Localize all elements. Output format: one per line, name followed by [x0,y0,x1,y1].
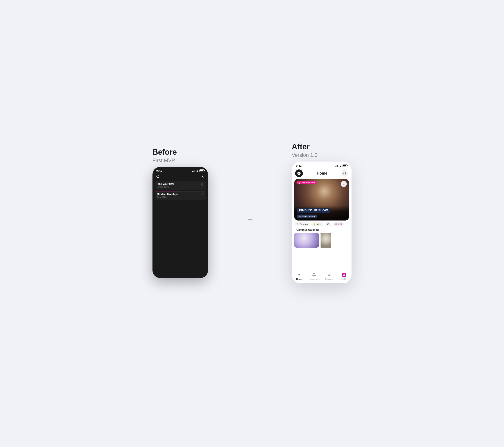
home-icon: ⌂ [298,272,301,277]
after-title: After [292,142,352,151]
nav-home[interactable]: ⌂ Home [292,272,307,280]
svg-point-0 [157,175,159,178]
svg-line-1 [159,177,160,178]
after-phone: 9:41 ▲ [292,162,352,283]
arrow-container: → [246,215,253,223]
svg-line-4 [345,174,346,175]
continue-thumb-2[interactable] [321,233,331,248]
before-card-2-info: Mindset Mondays Dani Wilson [155,191,206,200]
nav-profile-label: Profile [341,278,347,280]
before-battery-icon [199,169,204,172]
before-profile-icon[interactable] [200,174,205,179]
tag-plus18[interactable]: 🧠 +18 [333,222,344,226]
before-card-2-title: Mindset Mondays [157,193,204,196]
hero-heart-button[interactable]: ♡ [341,181,347,187]
profile-icon [342,273,346,277]
before-phone: 9:41 ▲ [152,167,208,278]
before-card-2-progress [155,191,206,191]
before-wifi-icon: ▲ [196,169,198,172]
continue-watching-row [292,233,352,248]
hero-bottom-info: FIND YOUR FLOW BROTHA JASON [294,205,349,221]
before-card-2-heart[interactable]: ♡ [201,192,204,196]
before-card-1: freestyle ♡ Find your flow Brotha Jason [155,181,206,190]
after-signal-icon [335,165,338,167]
nav-home-label: Home [296,278,302,280]
before-sublabel: First MVP [152,157,208,164]
comparison-layout: Before First MVP 9:41 ▲ [152,142,352,283]
before-card-1-heart[interactable]: ♡ [201,183,204,186]
hero-card[interactable]: 🔥 SUGGESTED ♡ FIND YOUR FLOW BROTHA JASO… [294,179,349,221]
after-status-icons: ▲ [335,165,347,167]
before-card-1-title: Find your flow [157,183,204,186]
after-section: After Version 1.0 9:41 ▲ [292,142,352,283]
tags-row: 🕺 Dancing 💡 Mind +3 🧠 +18 [292,221,352,228]
continue-watching-title: ·· Continue watching [292,228,352,233]
before-title: Before [152,148,208,157]
app-header-title: Home [317,171,327,176]
after-sublabel: Version 1.0 [292,152,352,158]
svg-point-2 [202,175,203,176]
after-status-bar: 9:41 ▲ [292,162,352,168]
brain-emoji: 🧠 [335,223,337,225]
after-label: After Version 1.0 [292,142,352,158]
rewards-icon: ★ [327,272,331,278]
before-app-header [152,173,208,180]
before-signal-icon [192,169,195,172]
before-search-icon[interactable] [156,174,160,179]
hero-title: FIND YOUR FLOW [297,208,330,213]
community-icon [312,272,317,278]
transition-arrow: → [246,215,253,223]
after-search-button[interactable] [341,170,348,177]
before-label: Before First MVP [152,148,208,164]
tag-dancing[interactable]: 🕺 Dancing [294,222,310,226]
before-card-1-subtitle: Brotha Jason [157,186,204,188]
mind-emoji: 💡 [313,223,316,225]
tag-plus3[interactable]: +3 [324,222,331,226]
nav-rewards-label: Rewards [325,278,333,280]
dancing-emoji: 🕺 [296,223,299,225]
after-wifi-icon: ▲ [339,165,342,167]
before-card-2: ♡ Mindset Mondays Dani Wilson [155,191,206,200]
app-logo[interactable] [295,169,303,177]
after-time: 9:41 [296,164,302,167]
nav-community[interactable]: Community [307,272,322,281]
nav-community-label: Community [309,279,320,281]
hero-subtitle: BROTHA JASON [297,215,317,218]
bottom-nav: ⌂ Home Community ★ Rewards [292,270,352,283]
nav-rewards[interactable]: ★ Rewards [322,272,337,280]
svg-point-7 [344,274,345,275]
continue-thumb-1[interactable] [294,233,319,248]
svg-point-6 [314,273,315,274]
continue-dots: ·· [294,228,296,231]
after-battery-icon [342,165,347,167]
before-status-bar: 9:41 ▲ [152,167,208,173]
suggested-badge: 🔥 SUGGESTED [296,181,317,184]
nav-profile[interactable]: Profile [337,273,352,280]
svg-point-3 [344,172,345,174]
tag-mind[interactable]: 💡 Mind [311,222,324,226]
before-card-1-info: Find your flow Brotha Jason [155,181,206,190]
after-app-header: Home [292,168,352,179]
svg-point-5 [313,273,314,274]
before-status-icons: ▲ [192,169,204,172]
before-section: Before First MVP 9:41 ▲ [152,148,208,278]
before-card-2-subtitle: Dani Wilson [157,196,204,199]
before-time: 9:41 [156,169,162,172]
